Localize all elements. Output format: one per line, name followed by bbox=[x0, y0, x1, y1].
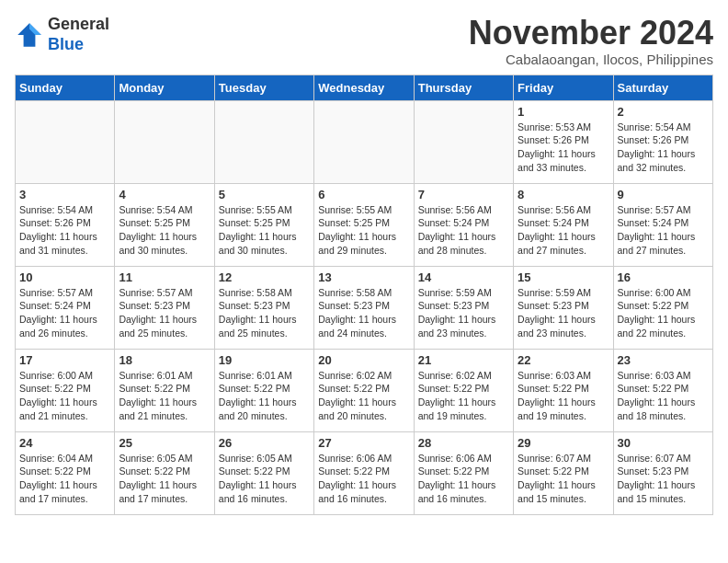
day-info: Sunrise: 5:55 AM Sunset: 5:25 PM Dayligh… bbox=[318, 203, 409, 258]
calendar-cell bbox=[314, 100, 414, 183]
day-number: 3 bbox=[19, 188, 110, 201]
calendar-cell bbox=[16, 100, 115, 183]
day-number: 24 bbox=[19, 436, 110, 450]
day-number: 5 bbox=[219, 188, 310, 201]
calendar-cell: 17Sunrise: 6:00 AM Sunset: 5:22 PM Dayli… bbox=[16, 349, 115, 431]
day-number: 20 bbox=[318, 353, 409, 367]
calendar-table: SundayMondayTuesdayWednesdayThursdayFrid… bbox=[15, 75, 713, 515]
calendar-cell: 13Sunrise: 5:58 AM Sunset: 5:23 PM Dayli… bbox=[314, 266, 414, 349]
day-number: 16 bbox=[618, 270, 709, 284]
day-info: Sunrise: 5:56 AM Sunset: 5:24 PM Dayligh… bbox=[418, 203, 509, 258]
page-header: General Blue November 2024 Cabalaoangan,… bbox=[15, 15, 713, 67]
day-number: 2 bbox=[618, 105, 709, 119]
month-title: November 2024 bbox=[469, 15, 713, 52]
location-text: Cabalaoangan, Ilocos, Philippines bbox=[469, 52, 713, 67]
day-info: Sunrise: 6:01 AM Sunset: 5:22 PM Dayligh… bbox=[219, 369, 310, 423]
calendar-cell: 1Sunrise: 5:53 AM Sunset: 5:26 PM Daylig… bbox=[514, 100, 613, 183]
calendar-cell: 10Sunrise: 5:57 AM Sunset: 5:24 PM Dayli… bbox=[16, 266, 115, 349]
day-info: Sunrise: 6:06 AM Sunset: 5:22 PM Dayligh… bbox=[418, 452, 509, 506]
calendar-cell: 16Sunrise: 6:00 AM Sunset: 5:22 PM Dayli… bbox=[613, 266, 712, 349]
calendar-cell: 3Sunrise: 5:54 AM Sunset: 5:26 PM Daylig… bbox=[16, 183, 115, 266]
calendar-cell: 30Sunrise: 6:07 AM Sunset: 5:23 PM Dayli… bbox=[613, 431, 712, 514]
calendar-cell: 21Sunrise: 6:02 AM Sunset: 5:22 PM Dayli… bbox=[414, 349, 513, 431]
day-info: Sunrise: 6:02 AM Sunset: 5:22 PM Dayligh… bbox=[318, 369, 409, 423]
day-number: 17 bbox=[19, 353, 110, 367]
day-number: 25 bbox=[119, 436, 210, 450]
day-info: Sunrise: 5:57 AM Sunset: 5:24 PM Dayligh… bbox=[618, 203, 709, 258]
day-number: 11 bbox=[119, 270, 210, 284]
day-info: Sunrise: 6:05 AM Sunset: 5:22 PM Dayligh… bbox=[119, 452, 210, 506]
day-info: Sunrise: 5:59 AM Sunset: 5:23 PM Dayligh… bbox=[418, 286, 509, 340]
calendar-cell: 12Sunrise: 5:58 AM Sunset: 5:23 PM Dayli… bbox=[214, 266, 313, 349]
day-info: Sunrise: 6:06 AM Sunset: 5:22 PM Dayligh… bbox=[318, 452, 409, 506]
logo-general-text: General bbox=[48, 15, 109, 35]
day-number: 1 bbox=[518, 105, 609, 119]
calendar-cell: 27Sunrise: 6:06 AM Sunset: 5:22 PM Dayli… bbox=[314, 431, 414, 514]
calendar-cell: 5Sunrise: 5:55 AM Sunset: 5:25 PM Daylig… bbox=[214, 183, 313, 266]
day-info: Sunrise: 5:58 AM Sunset: 5:23 PM Dayligh… bbox=[219, 286, 310, 340]
weekday-header-row: SundayMondayTuesdayWednesdayThursdayFrid… bbox=[16, 75, 713, 100]
day-number: 10 bbox=[19, 270, 110, 284]
week-row-4: 17Sunrise: 6:00 AM Sunset: 5:22 PM Dayli… bbox=[16, 349, 713, 431]
calendar-cell: 24Sunrise: 6:04 AM Sunset: 5:22 PM Dayli… bbox=[16, 431, 115, 514]
title-block: November 2024 Cabalaoangan, Ilocos, Phil… bbox=[469, 15, 713, 67]
day-number: 4 bbox=[119, 188, 210, 201]
calendar-cell: 7Sunrise: 5:56 AM Sunset: 5:24 PM Daylig… bbox=[414, 183, 513, 266]
day-number: 29 bbox=[518, 436, 609, 450]
day-number: 15 bbox=[518, 270, 609, 284]
day-number: 13 bbox=[318, 270, 409, 284]
day-number: 27 bbox=[318, 436, 409, 450]
calendar-cell: 28Sunrise: 6:06 AM Sunset: 5:22 PM Dayli… bbox=[414, 431, 513, 514]
weekday-header-saturday: Saturday bbox=[613, 75, 712, 100]
day-number: 8 bbox=[518, 188, 609, 201]
calendar-cell: 18Sunrise: 6:01 AM Sunset: 5:22 PM Dayli… bbox=[115, 349, 214, 431]
calendar-cell: 8Sunrise: 5:56 AM Sunset: 5:24 PM Daylig… bbox=[514, 183, 613, 266]
weekday-header-monday: Monday bbox=[115, 75, 214, 100]
week-row-5: 24Sunrise: 6:04 AM Sunset: 5:22 PM Dayli… bbox=[16, 431, 713, 514]
calendar-cell: 20Sunrise: 6:02 AM Sunset: 5:22 PM Dayli… bbox=[314, 349, 414, 431]
day-number: 23 bbox=[618, 353, 709, 367]
weekday-header-sunday: Sunday bbox=[16, 75, 115, 100]
day-info: Sunrise: 6:00 AM Sunset: 5:22 PM Dayligh… bbox=[19, 369, 110, 423]
day-info: Sunrise: 5:56 AM Sunset: 5:24 PM Dayligh… bbox=[518, 203, 609, 258]
calendar-cell: 22Sunrise: 6:03 AM Sunset: 5:22 PM Dayli… bbox=[514, 349, 613, 431]
day-number: 6 bbox=[318, 188, 409, 201]
calendar-cell: 23Sunrise: 6:03 AM Sunset: 5:22 PM Dayli… bbox=[613, 349, 712, 431]
day-info: Sunrise: 6:05 AM Sunset: 5:22 PM Dayligh… bbox=[219, 452, 310, 506]
day-number: 7 bbox=[418, 188, 509, 201]
day-number: 14 bbox=[418, 270, 509, 284]
calendar-cell: 26Sunrise: 6:05 AM Sunset: 5:22 PM Dayli… bbox=[214, 431, 313, 514]
calendar-cell: 6Sunrise: 5:55 AM Sunset: 5:25 PM Daylig… bbox=[314, 183, 414, 266]
day-info: Sunrise: 5:59 AM Sunset: 5:23 PM Dayligh… bbox=[518, 286, 609, 340]
weekday-header-friday: Friday bbox=[514, 75, 613, 100]
logo-blue-text: Blue bbox=[48, 35, 109, 55]
logo: General Blue bbox=[15, 15, 109, 54]
week-row-3: 10Sunrise: 5:57 AM Sunset: 5:24 PM Dayli… bbox=[16, 266, 713, 349]
weekday-header-wednesday: Wednesday bbox=[314, 75, 414, 100]
day-info: Sunrise: 5:57 AM Sunset: 5:24 PM Dayligh… bbox=[19, 286, 110, 340]
day-info: Sunrise: 5:54 AM Sunset: 5:25 PM Dayligh… bbox=[119, 203, 210, 258]
calendar-cell: 15Sunrise: 5:59 AM Sunset: 5:23 PM Dayli… bbox=[514, 266, 613, 349]
week-row-1: 1Sunrise: 5:53 AM Sunset: 5:26 PM Daylig… bbox=[16, 100, 713, 183]
day-info: Sunrise: 5:54 AM Sunset: 5:26 PM Dayligh… bbox=[618, 121, 709, 175]
day-number: 9 bbox=[618, 188, 709, 201]
calendar-cell bbox=[115, 100, 214, 183]
weekday-header-tuesday: Tuesday bbox=[214, 75, 313, 100]
day-number: 28 bbox=[418, 436, 509, 450]
day-info: Sunrise: 6:07 AM Sunset: 5:22 PM Dayligh… bbox=[518, 452, 609, 506]
calendar-cell bbox=[414, 100, 513, 183]
day-info: Sunrise: 6:04 AM Sunset: 5:22 PM Dayligh… bbox=[19, 452, 110, 506]
calendar-cell: 9Sunrise: 5:57 AM Sunset: 5:24 PM Daylig… bbox=[613, 183, 712, 266]
day-number: 22 bbox=[518, 353, 609, 367]
day-number: 26 bbox=[219, 436, 310, 450]
day-info: Sunrise: 5:53 AM Sunset: 5:26 PM Dayligh… bbox=[518, 121, 609, 175]
day-number: 18 bbox=[119, 353, 210, 367]
day-info: Sunrise: 6:00 AM Sunset: 5:22 PM Dayligh… bbox=[618, 286, 709, 340]
day-info: Sunrise: 6:03 AM Sunset: 5:22 PM Dayligh… bbox=[518, 369, 609, 423]
calendar-cell: 29Sunrise: 6:07 AM Sunset: 5:22 PM Dayli… bbox=[514, 431, 613, 514]
calendar-cell: 19Sunrise: 6:01 AM Sunset: 5:22 PM Dayli… bbox=[214, 349, 313, 431]
calendar-cell: 11Sunrise: 5:57 AM Sunset: 5:23 PM Dayli… bbox=[115, 266, 214, 349]
day-info: Sunrise: 5:58 AM Sunset: 5:23 PM Dayligh… bbox=[318, 286, 409, 340]
day-info: Sunrise: 6:02 AM Sunset: 5:22 PM Dayligh… bbox=[418, 369, 509, 423]
day-info: Sunrise: 6:07 AM Sunset: 5:23 PM Dayligh… bbox=[618, 452, 709, 506]
